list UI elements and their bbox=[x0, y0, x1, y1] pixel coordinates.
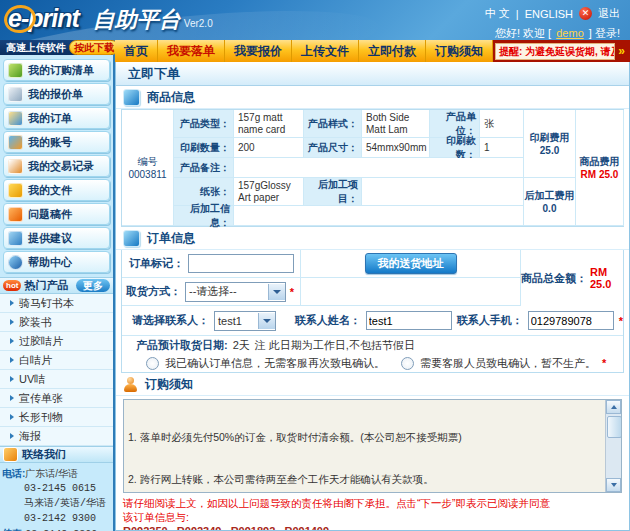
hot-item-flyer[interactable]: 宣传单张 bbox=[0, 389, 113, 408]
pickup-method-label: 取货方式： bbox=[126, 284, 181, 299]
pickup-date-label: 产品预计取货日期: bbox=[136, 338, 228, 353]
hot-item-white-card[interactable]: 白咭片 bbox=[0, 351, 113, 370]
welcome-username[interactable]: demo bbox=[556, 27, 584, 39]
lang-zh-link[interactable]: 中 文 bbox=[485, 6, 510, 21]
required-asterisk: * bbox=[602, 357, 606, 369]
nav-get-quote[interactable]: 我要报价 bbox=[225, 40, 292, 62]
pickup-method-select[interactable]: --请选择-- bbox=[185, 282, 286, 302]
phone1-lang: 广东话/华语 bbox=[25, 468, 78, 479]
contact-name-label: 联系人姓名： bbox=[295, 313, 361, 328]
hot-item-label: 白咭片 bbox=[19, 353, 52, 368]
cube-icon bbox=[123, 89, 140, 106]
order-mark-input[interactable] bbox=[188, 254, 294, 273]
terms-scrollbar[interactable] bbox=[605, 400, 621, 492]
welcome-prefix: 您好! 欢迎 [ bbox=[495, 27, 551, 39]
sidebar-item-help-center[interactable]: 帮助中心 bbox=[3, 251, 110, 273]
confirm-options-row: 我已确认订单信息，无需客服再次致电确认。 需要客服人员致电确认，暂不生产。 * bbox=[122, 354, 623, 372]
sidebar-item-order-list[interactable]: 我的订购清单 bbox=[3, 59, 110, 81]
transactions-icon bbox=[8, 159, 23, 174]
hot-item-laminated-card[interactable]: 过胶咭片 bbox=[0, 332, 113, 351]
product-unit-value: 张 bbox=[480, 110, 524, 138]
sidebar: 高速上传软件 按此下载 我的订购清单 我的报价单 我的订单 我的账号 bbox=[0, 40, 115, 531]
sidebar-item-orders[interactable]: 我的订单 bbox=[3, 107, 110, 129]
warning-similar-orders: 该订单信息与: bbox=[123, 510, 622, 524]
pickup-method-value: --请选择-- bbox=[186, 284, 268, 299]
sidebar-item-transactions[interactable]: 我的交易记录 bbox=[3, 155, 110, 177]
phone-line: 电话:广东话/华语 bbox=[2, 466, 111, 481]
order-table: 订单标记： 我的送货地址 商品总金额： RM 25.0 取货方式： --请选择-… bbox=[121, 250, 624, 373]
hot-products-list: 骑马钉书本 胶装书 过胶咭片 白咭片 UV咭 宣传单张 长形刊物 海报 bbox=[0, 294, 113, 446]
hot-icon: hot bbox=[3, 280, 21, 291]
scrollbar-thumb[interactable] bbox=[607, 416, 622, 438]
print-fee-cell: 印刷费用 25.0 bbox=[524, 110, 576, 178]
nav-pay-now[interactable]: 立即付款 bbox=[359, 40, 426, 62]
radio-confirmed-label[interactable]: 我已确认订单信息，无需客服再次致电确认。 bbox=[165, 356, 385, 371]
pickup-date-value: 2天 bbox=[233, 338, 250, 353]
radio-need-call-label[interactable]: 需要客服人员致电确认，暂不生产。 bbox=[420, 356, 596, 371]
order-total-cell: 商品总金额： RM 25.0 bbox=[520, 250, 623, 306]
my-delivery-address-button[interactable]: 我的送货地址 bbox=[365, 253, 457, 274]
more-button[interactable]: 更多 bbox=[76, 279, 110, 292]
hot-item-uv-card[interactable]: UV咭 bbox=[0, 370, 113, 389]
arrow-right-icon bbox=[10, 414, 14, 420]
order-total-label: 商品总金额： bbox=[521, 271, 587, 286]
contact-select[interactable]: test1 bbox=[214, 311, 276, 331]
product-style-value: Both Side Matt Lam bbox=[362, 110, 430, 138]
nav-home[interactable]: 首页 bbox=[115, 40, 158, 62]
sidebar-item-quotations[interactable]: 我的报价单 bbox=[3, 83, 110, 105]
similar-order-numbers[interactable]: R092350 , R092349 , R091892 , R091409 bbox=[123, 524, 622, 531]
required-asterisk: * bbox=[619, 315, 623, 327]
terms-line: 2. 跨行网上转账，本公司需待两至叁个工作天才能确认有关款项。 bbox=[128, 472, 603, 486]
arrow-right-icon bbox=[10, 338, 14, 344]
scroll-down-button[interactable] bbox=[606, 478, 621, 492]
sidebar-item-problem-files[interactable]: 问题稿件 bbox=[3, 203, 110, 225]
nav-upload-files[interactable]: 上传文件 bbox=[292, 40, 359, 62]
product-style-label: 产品样式： bbox=[304, 110, 362, 138]
sidebar-item-files[interactable]: 我的文件 bbox=[3, 179, 110, 201]
radio-need-call[interactable] bbox=[401, 357, 414, 370]
finishing-fee-cell: 后加工费用 0.0 bbox=[524, 178, 576, 226]
radio-confirmed-no-call[interactable] bbox=[146, 357, 159, 370]
sidebar-item-account[interactable]: 我的账号 bbox=[3, 131, 110, 153]
product-remark-label: 产品备注： bbox=[174, 158, 234, 178]
contact-phone-input[interactable] bbox=[528, 311, 614, 330]
product-number-value: 0003811 bbox=[128, 169, 166, 180]
hot-item-label: 骑马钉书本 bbox=[19, 296, 74, 311]
sidebar-item-suggestions[interactable]: 提供建议 bbox=[3, 227, 110, 249]
hot-item-long-booklet[interactable]: 长形刊物 bbox=[0, 408, 113, 427]
hot-item-perfect-bound-book[interactable]: 胶装书 bbox=[0, 313, 113, 332]
contact-name-input[interactable] bbox=[366, 311, 452, 330]
arrow-right-icon bbox=[10, 433, 14, 439]
nav-place-order[interactable]: 我要落单 bbox=[158, 40, 225, 62]
product-info-title: 商品信息 bbox=[147, 89, 195, 106]
logout-icon[interactable]: ✕ bbox=[579, 7, 592, 20]
sidebar-item-label: 帮助中心 bbox=[28, 255, 72, 270]
alert-more-icon[interactable]: » bbox=[615, 44, 628, 58]
paper-value: 157gGlossy Art paper bbox=[234, 178, 304, 206]
order-info-header: 订单信息 bbox=[116, 227, 629, 250]
sidebar-item-label: 我的文件 bbox=[28, 183, 72, 198]
header: e-print 自助平台 Ver2.0 中 文 | ENGLISH ✕ 退出 您… bbox=[0, 0, 630, 40]
arrow-right-icon bbox=[10, 395, 14, 401]
download-here-button[interactable]: 按此下载 bbox=[69, 40, 119, 55]
logout-link[interactable]: 退出 bbox=[598, 6, 620, 21]
hot-item-saddle-stitch-book[interactable]: 骑马钉书本 bbox=[0, 294, 113, 313]
pickup-date-note: 注 此日期为工作日,不包括节假日 bbox=[255, 338, 415, 353]
sidebar-menu: 我的订购清单 我的报价单 我的订单 我的账号 我的交易记录 我的文件 bbox=[0, 55, 113, 275]
dropdown-button[interactable] bbox=[268, 284, 285, 300]
finishing-fee-value: 0.0 bbox=[543, 203, 557, 214]
nav-order-notice[interactable]: 订购须知 bbox=[426, 40, 493, 62]
scroll-up-button[interactable] bbox=[606, 400, 621, 414]
terms-box[interactable]: 1. 落单时必须先付50%的订金，取货时付清余额。(本公司恕不接受期票) 2. … bbox=[123, 399, 622, 493]
dropdown-button[interactable] bbox=[258, 313, 275, 329]
print-qty-value: 200 bbox=[234, 138, 304, 158]
order-mark-label: 订单标记： bbox=[126, 256, 184, 271]
lang-en-link[interactable]: ENGLISH bbox=[525, 8, 573, 20]
hot-item-poster[interactable]: 海报 bbox=[0, 427, 113, 446]
product-total-value: RM 25.0 bbox=[581, 169, 619, 180]
help-center-icon bbox=[8, 255, 23, 270]
contact-select-label: 请选择联系人： bbox=[132, 313, 209, 328]
triangle-down-icon bbox=[611, 483, 617, 487]
sidebar-item-label: 我的交易记录 bbox=[28, 159, 94, 174]
sidebar-item-label: 我的订购清单 bbox=[28, 63, 94, 78]
